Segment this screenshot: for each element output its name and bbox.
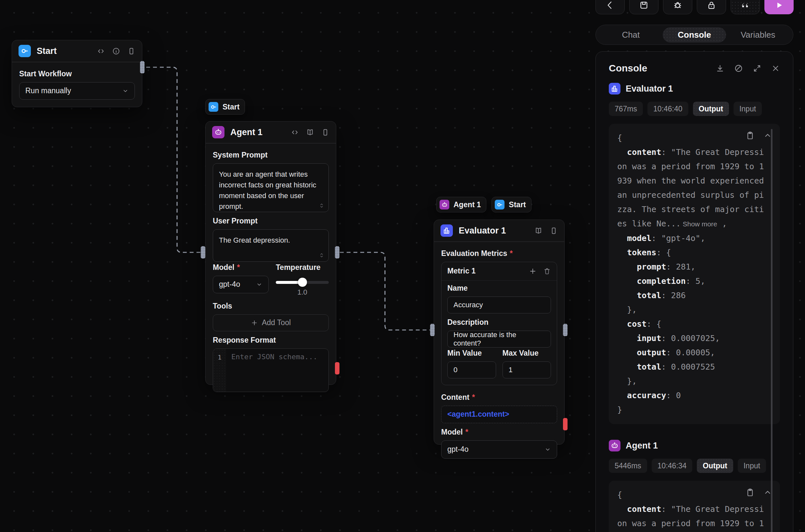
tab-variables[interactable]: Variables — [726, 27, 790, 42]
entry-tab-input[interactable]: Input — [733, 102, 762, 116]
start-node-title: Start — [37, 46, 91, 56]
content-input[interactable]: <agent1.content> — [441, 406, 557, 423]
add-tool-button[interactable]: Add Tool — [213, 315, 329, 331]
tab-chat[interactable]: Chat — [599, 27, 663, 42]
group-chip-start[interactable]: Start — [491, 197, 531, 212]
code-line: input: 0.0007025, — [617, 331, 771, 346]
book-icon[interactable] — [306, 128, 314, 136]
run-button[interactable] — [764, 0, 793, 14]
close-icon[interactable] — [771, 64, 780, 73]
system-prompt-textarea[interactable]: You are an agent that writes incorrect f… — [213, 164, 329, 212]
entry-tab-output[interactable]: Output — [693, 102, 729, 116]
metric-name-input[interactable]: Accuracy — [447, 297, 551, 314]
entry-tab-input[interactable]: Input — [738, 459, 766, 473]
model-select[interactable]: gpt-4o — [213, 276, 269, 293]
start-node-icon — [19, 45, 31, 57]
agent-node-header[interactable]: Agent 1 — [206, 121, 336, 143]
save-button[interactable] — [629, 0, 658, 14]
evaluator-node-header[interactable]: Evaluator 1 — [434, 220, 564, 241]
expand-icon[interactable] — [753, 64, 762, 73]
evaluator-node-title: Evaluator 1 — [459, 226, 528, 236]
code-line: content: "The Great Depressi — [617, 502, 771, 516]
code-icon[interactable] — [291, 128, 299, 136]
add-metric-icon[interactable] — [529, 267, 537, 275]
panel-icon[interactable] — [550, 227, 558, 235]
clear-icon[interactable] — [734, 64, 743, 73]
code-line: 939 when the world experienced — [617, 174, 771, 188]
resize-icon[interactable] — [319, 202, 324, 209]
tools-label: Tools — [213, 302, 329, 310]
max-value-input[interactable]: 1 — [503, 361, 551, 378]
start-group-chip[interactable]: Start — [205, 99, 245, 115]
chip-label: Agent 1 — [453, 201, 481, 209]
code-line: es like Ne... Show more , — [617, 216, 771, 231]
evaluator-error-handle[interactable] — [563, 418, 567, 430]
chevron-down-icon — [544, 446, 551, 453]
evaluator-entry-icon — [609, 83, 620, 95]
entry-name: Agent 1 — [626, 441, 658, 451]
response-format-editor[interactable]: 1 Enter JSON schema... — [213, 348, 329, 392]
start-node-header[interactable]: Start — [12, 40, 142, 62]
evaluator-node[interactable]: Evaluator 1 Evaluation Metrics* Metric 1… — [434, 220, 565, 444]
slider-knob[interactable] — [298, 278, 307, 287]
start-node[interactable]: Start Start Workflow Run manually — [12, 40, 142, 107]
user-prompt-label: User Prompt — [213, 216, 329, 225]
console-scrollbar[interactable] — [771, 129, 772, 532]
lock-button[interactable] — [697, 0, 726, 14]
group-chip-agent-1[interactable]: Agent 1 — [436, 197, 486, 212]
download-icon[interactable] — [716, 64, 725, 73]
copy-icon[interactable] — [746, 488, 755, 497]
start-output-handle[interactable] — [140, 61, 145, 73]
play-icon — [774, 0, 784, 10]
panel-icon[interactable] — [321, 128, 330, 136]
timestamp-badge: 10:46:40 — [648, 102, 688, 116]
code-icon[interactable] — [97, 47, 105, 55]
back-button[interactable] — [596, 0, 625, 14]
evaluator-group-chips: Agent 1Start — [436, 197, 531, 212]
console-entry-agent-1: Agent 15446ms10:46:34OutputInput{ conten… — [609, 440, 780, 532]
temperature-slider[interactable]: 1.0 — [276, 276, 329, 293]
min-value-input[interactable]: 0 — [447, 361, 496, 378]
quotes-button[interactable] — [731, 0, 760, 14]
user-prompt-textarea[interactable]: The Great depression. — [213, 229, 329, 262]
tab-console[interactable]: Console — [663, 27, 726, 42]
panel-icon[interactable] — [127, 47, 135, 55]
output-json-block: { content: "The Great Depression was a p… — [609, 124, 780, 424]
code-line: on was a period from 1929 to 1 — [617, 516, 771, 531]
agent-node-icon — [212, 126, 224, 138]
chip-label: Start — [509, 201, 526, 209]
book-icon[interactable] — [535, 227, 543, 235]
chevron-down-icon — [122, 88, 129, 94]
delete-metric-icon[interactable] — [543, 267, 551, 275]
start-chip-icon — [495, 200, 505, 209]
metric-title: Metric 1 — [447, 267, 522, 276]
model-label: Model* — [213, 263, 269, 272]
entry-tab-output[interactable]: Output — [697, 459, 733, 473]
evaluator-node-icon — [441, 224, 453, 237]
temperature-value: 1.0 — [297, 288, 307, 297]
entry-name: Evaluator 1 — [626, 84, 673, 94]
console-entry-evaluator-1: Evaluator 1767ms10:46:40OutputInput{ con… — [609, 83, 780, 424]
temperature-label: Temperature — [276, 263, 329, 272]
start-workflow-label: Start Workflow — [19, 70, 135, 78]
copy-icon[interactable] — [746, 131, 755, 140]
evaluator-input-handle[interactable] — [430, 324, 435, 336]
response-format-label: Response Format — [213, 336, 329, 345]
agent-error-handle[interactable] — [335, 362, 339, 375]
resize-icon[interactable] — [319, 252, 324, 259]
workflow-canvas[interactable]: { "ui": { "required_marker": "*" }, "can… — [0, 0, 805, 532]
info-icon[interactable] — [112, 47, 120, 55]
code-line: }, — [617, 303, 771, 317]
quotes-icon — [741, 0, 750, 10]
agent-input-handle[interactable] — [201, 246, 205, 259]
metric-description-input[interactable]: How accurate is the content? — [447, 330, 551, 347]
evaluation-metrics-label: Evaluation Metrics* — [441, 249, 557, 258]
start-workflow-select[interactable]: Run manually — [19, 82, 135, 100]
agent-output-handle[interactable] — [335, 246, 339, 259]
evaluator-output-handle[interactable] — [563, 324, 567, 336]
metric-card: Metric 1 Name Accuracy Description How a… — [441, 262, 557, 385]
agent-node[interactable]: Agent 1 System Prompt You are an agent t… — [205, 121, 336, 385]
evaluator-model-select[interactable]: gpt-4o — [441, 440, 557, 459]
evaluator-model-value: gpt-4o — [447, 445, 468, 454]
bug-button[interactable] — [663, 0, 692, 14]
